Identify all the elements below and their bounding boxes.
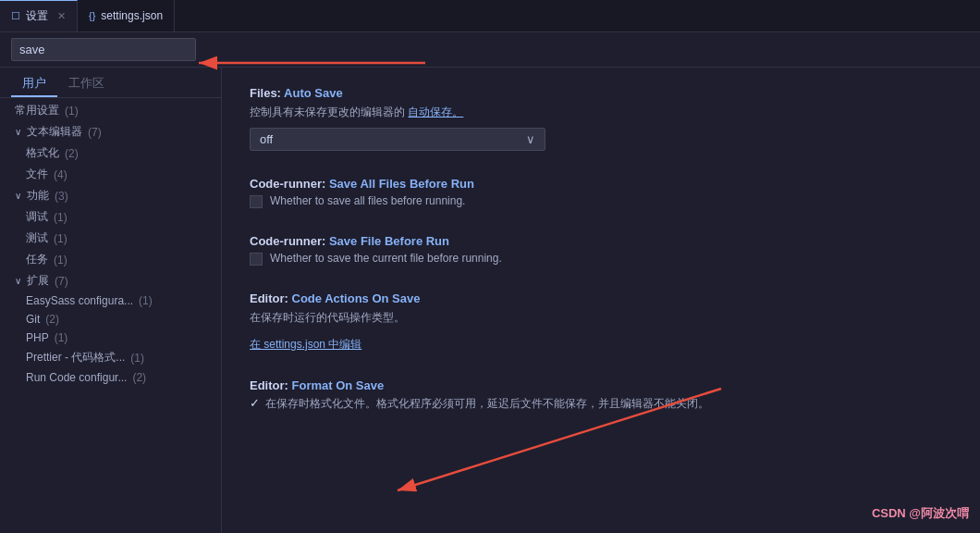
sidebar-item-run-code-count: (2): [132, 371, 146, 384]
setting-editor-code-actions: Editor: Code Actions On Save 在保存时运行的代码操作…: [250, 291, 952, 353]
format-on-save-checked-row: ✓ 在保存时格式化文件。格式化程序必须可用，延迟后文件不能保存，并且编辑器不能关…: [250, 396, 952, 412]
sidebar-item-git[interactable]: Git (2): [0, 310, 221, 328]
sidebar-item-git-count: (2): [45, 313, 59, 326]
setting-files-auto-save-desc: 控制具有未保存更改的编辑器的 自动保存。: [250, 104, 952, 120]
tab-settings-json[interactable]: {} settings.json: [78, 0, 175, 31]
sidebar-item-formatting[interactable]: 格式化 (2): [0, 143, 221, 164]
sidebar-item-php[interactable]: PHP (1): [0, 328, 221, 347]
sidebar-item-prettier-count: (1): [130, 352, 144, 365]
setting-files-auto-save: Files: Auto Save 控制具有未保存更改的编辑器的 自动保存。 of…: [250, 86, 952, 151]
setting-files-auto-save-title: Files: Auto Save: [250, 86, 952, 100]
sidebar-item-common[interactable]: 常用设置 (1): [0, 100, 221, 121]
sidebar-item-test[interactable]: 测试 (1): [0, 228, 221, 249]
watermark: CSDN @阿波次喟: [872, 505, 969, 522]
setting-editor-code-actions-title: Editor: Code Actions On Save: [250, 291, 952, 305]
sidebar-item-text-editor-count: (7): [88, 126, 102, 139]
dropdown-arrow-icon: ∨: [526, 132, 535, 146]
sidebar-item-features-label: 功能: [27, 188, 49, 204]
sidebar-item-prettier-label: Prettier - 代码格式...: [26, 350, 125, 366]
search-input[interactable]: [11, 38, 196, 61]
sidebar-item-php-label: PHP: [26, 331, 49, 344]
sidebar-item-text-editor-label: 文本编辑器: [27, 124, 82, 140]
sidebar-item-debug[interactable]: 调试 (1): [0, 206, 221, 228]
sidebar-item-easysass[interactable]: EasySass configura... (1): [0, 291, 221, 310]
sidebar-item-run-code[interactable]: Run Code configur... (2): [0, 368, 221, 387]
sidebar-item-files[interactable]: 文件 (4): [0, 164, 221, 185]
sidebar-item-debug-label: 调试: [26, 209, 48, 225]
sidebar-item-easysass-label: EasySass configura...: [26, 294, 133, 307]
auto-save-value: off: [260, 132, 273, 146]
tab-settings-json-label: settings.json: [101, 9, 163, 22]
sidebar-item-formatting-count: (2): [65, 147, 79, 160]
settings-content: Files: Auto Save 控制具有未保存更改的编辑器的 自动保存。 of…: [222, 68, 980, 533]
auto-save-dropdown[interactable]: off ∨: [250, 128, 545, 151]
sidebar-item-easysass-count: (1): [139, 294, 153, 307]
sidebar-item-text-editor[interactable]: ∨ 文本编辑器 (7): [0, 121, 221, 143]
arrow-icon-features: ∨: [15, 191, 21, 201]
tab-settings[interactable]: ☐ 设置 ✕: [0, 0, 78, 31]
save-all-checkbox[interactable]: [250, 195, 263, 208]
save-all-desc: Whether to save all files before running…: [270, 194, 465, 207]
sidebar-item-task-count: (1): [54, 254, 67, 266]
tab-settings-label: 设置: [26, 8, 48, 24]
sidebar-item-features-count: (3): [55, 190, 68, 203]
setting-code-runner-save-file-title: Code-runner: Save File Before Run: [250, 234, 952, 248]
save-file-desc: Whether to save the current file before …: [270, 252, 502, 265]
setting-code-runner-save-file: Code-runner: Save File Before Run Whethe…: [250, 234, 952, 266]
setting-code-runner-save-all-title: Code-runner: Save All Files Before Run: [250, 177, 952, 191]
format-on-save-desc: 在保存时格式化文件。格式化程序必须可用，延迟后文件不能保存，并且编辑器不能关闭。: [265, 396, 709, 412]
arrow-icon-extensions: ∨: [15, 276, 21, 286]
sidebar-item-formatting-label: 格式化: [26, 145, 59, 161]
main-content: 用户 工作区 常用设置 (1) ∨ 文本编辑器: [0, 68, 980, 533]
sidebar-item-extensions[interactable]: ∨ 扩展 (7): [0, 270, 221, 291]
sidebar-item-debug-count: (1): [54, 211, 67, 224]
setting-code-runner-save-all: Code-runner: Save All Files Before Run W…: [250, 177, 952, 208]
sidebar-item-git-label: Git: [26, 313, 40, 326]
save-file-checkbox[interactable]: [250, 253, 263, 266]
sidebar-item-common-label: 常用设置: [15, 103, 59, 118]
setting-editor-code-actions-desc: 在保存时运行的代码操作类型。: [250, 309, 952, 326]
arrow-icon: ∨: [15, 127, 21, 137]
sidebar-item-task[interactable]: 任务 (1): [0, 249, 221, 270]
sidebar: 用户 工作区 常用设置 (1) ∨ 文本编辑器: [0, 68, 222, 533]
setting-editor-format-on-save: Editor: Format On Save ✓ 在保存时格式化文件。格式化程序…: [250, 378, 952, 412]
auto-save-link[interactable]: 自动保存。: [408, 105, 463, 118]
tab-bar: ☐ 设置 ✕ {} settings.json: [0, 0, 980, 32]
scope-tabs: 用户 工作区: [0, 68, 221, 98]
tab-settings-close[interactable]: ✕: [57, 10, 66, 22]
setting-editor-format-on-save-title: Editor: Format On Save: [250, 378, 952, 392]
edit-in-settings-json-link[interactable]: 在 settings.json 中编辑: [250, 337, 361, 353]
save-file-checkbox-row: Whether to save the current file before …: [250, 252, 952, 266]
scope-tab-user[interactable]: 用户: [11, 68, 57, 97]
search-bar: [0, 32, 980, 68]
sidebar-item-common-count: (1): [65, 105, 79, 118]
sidebar-item-test-label: 测试: [26, 230, 48, 246]
sidebar-item-php-count: (1): [55, 331, 68, 344]
sidebar-item-run-code-label: Run Code configur...: [26, 371, 127, 384]
sidebar-item-files-count: (4): [54, 168, 67, 181]
settings-file-icon: ☐: [11, 10, 20, 22]
json-file-icon: {}: [89, 10, 95, 21]
sidebar-item-features[interactable]: ∨ 功能 (3): [0, 185, 221, 206]
save-all-checkbox-row: Whether to save all files before running…: [250, 194, 952, 208]
sidebar-item-extensions-count: (7): [55, 275, 68, 288]
sidebar-item-prettier[interactable]: Prettier - 代码格式... (1): [0, 347, 221, 368]
checkmark-icon: ✓: [250, 396, 260, 410]
sidebar-item-test-count: (1): [54, 232, 67, 245]
sidebar-item-extensions-label: 扩展: [27, 273, 49, 289]
sidebar-item-files-label: 文件: [26, 167, 48, 182]
scope-tab-workspace[interactable]: 工作区: [57, 68, 116, 97]
sidebar-section: 常用设置 (1) ∨ 文本编辑器 (7) 格式化 (2) 文件: [0, 98, 221, 389]
sidebar-item-task-label: 任务: [26, 252, 48, 267]
